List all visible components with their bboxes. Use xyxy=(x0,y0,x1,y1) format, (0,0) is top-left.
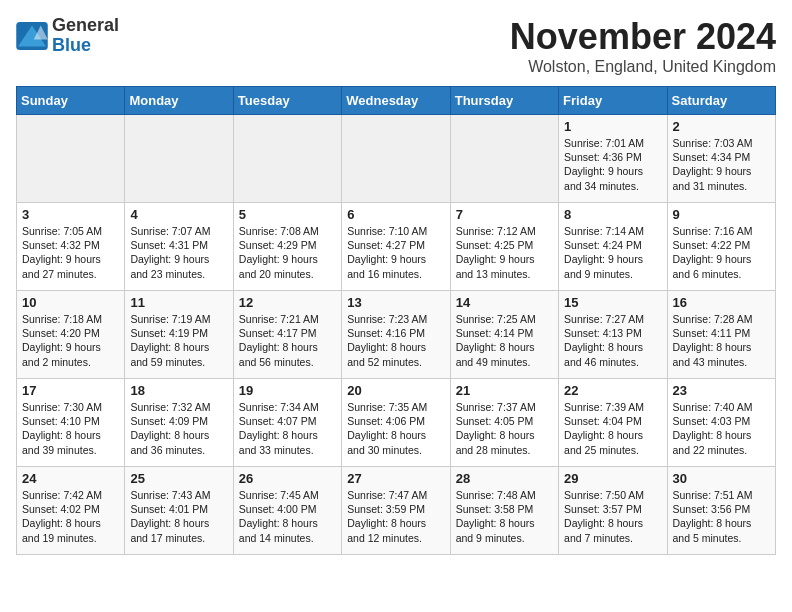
cell-detail: and 59 minutes. xyxy=(130,355,227,369)
cell-detail: Sunrise: 7:19 AM xyxy=(130,312,227,326)
cell-detail: and 49 minutes. xyxy=(456,355,553,369)
calendar-cell: 2Sunrise: 7:03 AMSunset: 4:34 PMDaylight… xyxy=(667,115,775,203)
day-number: 12 xyxy=(239,295,336,310)
cell-detail: Sunset: 4:03 PM xyxy=(673,414,770,428)
cell-detail: Sunrise: 7:18 AM xyxy=(22,312,119,326)
calendar-week-row: 24Sunrise: 7:42 AMSunset: 4:02 PMDayligh… xyxy=(17,467,776,555)
cell-detail: Sunrise: 7:34 AM xyxy=(239,400,336,414)
cell-detail: Sunrise: 7:28 AM xyxy=(673,312,770,326)
cell-detail: Sunrise: 7:03 AM xyxy=(673,136,770,150)
page-header: General Blue November 2024 Wolston, Engl… xyxy=(16,16,776,76)
day-number: 29 xyxy=(564,471,661,486)
cell-detail: Daylight: 8 hours xyxy=(130,340,227,354)
cell-detail: Sunset: 4:13 PM xyxy=(564,326,661,340)
calendar-cell: 27Sunrise: 7:47 AMSunset: 3:59 PMDayligh… xyxy=(342,467,450,555)
cell-detail: Sunrise: 7:45 AM xyxy=(239,488,336,502)
cell-detail: and 22 minutes. xyxy=(673,443,770,457)
cell-detail: and 43 minutes. xyxy=(673,355,770,369)
cell-detail: and 9 minutes. xyxy=(456,531,553,545)
calendar-cell: 25Sunrise: 7:43 AMSunset: 4:01 PMDayligh… xyxy=(125,467,233,555)
cell-detail: Daylight: 8 hours xyxy=(239,340,336,354)
cell-detail: Sunrise: 7:51 AM xyxy=(673,488,770,502)
cell-detail: and 36 minutes. xyxy=(130,443,227,457)
cell-detail: and 6 minutes. xyxy=(673,267,770,281)
day-number: 11 xyxy=(130,295,227,310)
cell-detail: Sunset: 4:09 PM xyxy=(130,414,227,428)
cell-detail: Daylight: 9 hours xyxy=(347,252,444,266)
cell-detail: Sunset: 4:29 PM xyxy=(239,238,336,252)
cell-detail: Sunset: 4:10 PM xyxy=(22,414,119,428)
cell-detail: Daylight: 9 hours xyxy=(673,164,770,178)
calendar-table: SundayMondayTuesdayWednesdayThursdayFrid… xyxy=(16,86,776,555)
cell-detail: and 5 minutes. xyxy=(673,531,770,545)
cell-detail: Sunset: 4:22 PM xyxy=(673,238,770,252)
cell-detail: Sunrise: 7:37 AM xyxy=(456,400,553,414)
calendar-cell xyxy=(125,115,233,203)
day-number: 15 xyxy=(564,295,661,310)
day-number: 16 xyxy=(673,295,770,310)
day-number: 1 xyxy=(564,119,661,134)
cell-detail: Sunrise: 7:30 AM xyxy=(22,400,119,414)
cell-detail: and 31 minutes. xyxy=(673,179,770,193)
cell-detail: Sunrise: 7:40 AM xyxy=(673,400,770,414)
cell-detail: Sunset: 3:59 PM xyxy=(347,502,444,516)
weekday-header: Friday xyxy=(559,87,667,115)
day-number: 30 xyxy=(673,471,770,486)
cell-detail: Sunrise: 7:08 AM xyxy=(239,224,336,238)
calendar-cell: 9Sunrise: 7:16 AMSunset: 4:22 PMDaylight… xyxy=(667,203,775,291)
cell-detail: Daylight: 8 hours xyxy=(347,340,444,354)
cell-detail: Daylight: 8 hours xyxy=(564,516,661,530)
calendar-cell xyxy=(450,115,558,203)
calendar-cell: 11Sunrise: 7:19 AMSunset: 4:19 PMDayligh… xyxy=(125,291,233,379)
calendar-week-row: 1Sunrise: 7:01 AMSunset: 4:36 PMDaylight… xyxy=(17,115,776,203)
cell-detail: Sunset: 4:14 PM xyxy=(456,326,553,340)
cell-detail: Daylight: 8 hours xyxy=(239,516,336,530)
calendar-cell: 28Sunrise: 7:48 AMSunset: 3:58 PMDayligh… xyxy=(450,467,558,555)
cell-detail: Sunset: 4:11 PM xyxy=(673,326,770,340)
title-block: November 2024 Wolston, England, United K… xyxy=(510,16,776,76)
calendar-cell: 22Sunrise: 7:39 AMSunset: 4:04 PMDayligh… xyxy=(559,379,667,467)
cell-detail: and 52 minutes. xyxy=(347,355,444,369)
cell-detail: and 33 minutes. xyxy=(239,443,336,457)
cell-detail: and 28 minutes. xyxy=(456,443,553,457)
day-number: 17 xyxy=(22,383,119,398)
cell-detail: Sunset: 4:34 PM xyxy=(673,150,770,164)
day-number: 19 xyxy=(239,383,336,398)
calendar-week-row: 10Sunrise: 7:18 AMSunset: 4:20 PMDayligh… xyxy=(17,291,776,379)
calendar-cell: 4Sunrise: 7:07 AMSunset: 4:31 PMDaylight… xyxy=(125,203,233,291)
cell-detail: Sunset: 4:07 PM xyxy=(239,414,336,428)
cell-detail: Sunrise: 7:27 AM xyxy=(564,312,661,326)
day-number: 22 xyxy=(564,383,661,398)
calendar-cell xyxy=(233,115,341,203)
cell-detail: Daylight: 8 hours xyxy=(456,516,553,530)
cell-detail: Sunset: 4:02 PM xyxy=(22,502,119,516)
calendar-cell: 7Sunrise: 7:12 AMSunset: 4:25 PMDaylight… xyxy=(450,203,558,291)
calendar-week-row: 3Sunrise: 7:05 AMSunset: 4:32 PMDaylight… xyxy=(17,203,776,291)
cell-detail: Sunrise: 7:21 AM xyxy=(239,312,336,326)
day-number: 13 xyxy=(347,295,444,310)
cell-detail: Sunrise: 7:14 AM xyxy=(564,224,661,238)
cell-detail: and 12 minutes. xyxy=(347,531,444,545)
calendar-cell: 24Sunrise: 7:42 AMSunset: 4:02 PMDayligh… xyxy=(17,467,125,555)
day-number: 23 xyxy=(673,383,770,398)
cell-detail: Sunset: 4:05 PM xyxy=(456,414,553,428)
cell-detail: Daylight: 8 hours xyxy=(564,428,661,442)
cell-detail: Daylight: 8 hours xyxy=(22,428,119,442)
cell-detail: Daylight: 9 hours xyxy=(564,252,661,266)
weekday-header: Saturday xyxy=(667,87,775,115)
calendar-cell: 12Sunrise: 7:21 AMSunset: 4:17 PMDayligh… xyxy=(233,291,341,379)
cell-detail: Sunrise: 7:05 AM xyxy=(22,224,119,238)
location-subtitle: Wolston, England, United Kingdom xyxy=(510,58,776,76)
cell-detail: and 27 minutes. xyxy=(22,267,119,281)
logo-icon xyxy=(16,22,48,50)
calendar-cell: 16Sunrise: 7:28 AMSunset: 4:11 PMDayligh… xyxy=(667,291,775,379)
cell-detail: Sunrise: 7:10 AM xyxy=(347,224,444,238)
cell-detail: Sunrise: 7:50 AM xyxy=(564,488,661,502)
cell-detail: Daylight: 9 hours xyxy=(22,340,119,354)
cell-detail: Sunset: 4:17 PM xyxy=(239,326,336,340)
cell-detail: and 34 minutes. xyxy=(564,179,661,193)
calendar-cell: 21Sunrise: 7:37 AMSunset: 4:05 PMDayligh… xyxy=(450,379,558,467)
calendar-cell: 29Sunrise: 7:50 AMSunset: 3:57 PMDayligh… xyxy=(559,467,667,555)
day-number: 10 xyxy=(22,295,119,310)
day-number: 7 xyxy=(456,207,553,222)
